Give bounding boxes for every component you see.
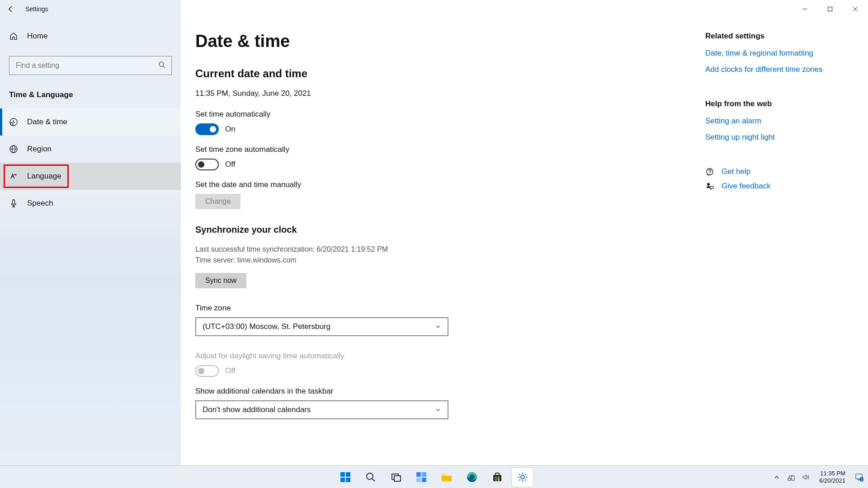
get-help-row[interactable]: Get help bbox=[705, 167, 850, 176]
language-icon bbox=[9, 172, 18, 181]
search-input[interactable] bbox=[9, 56, 172, 75]
taskbar-taskview[interactable] bbox=[385, 468, 407, 487]
arrow-left-icon bbox=[7, 5, 14, 13]
svg-point-11 bbox=[709, 174, 710, 174]
chevron-up-icon bbox=[774, 474, 780, 480]
tray-date[interactable]: 6/20/2021 bbox=[819, 477, 845, 484]
current-datetime-heading: Current date and time bbox=[195, 67, 687, 80]
svg-rect-15 bbox=[346, 472, 350, 477]
network-icon bbox=[787, 473, 795, 481]
volume-icon bbox=[802, 473, 810, 481]
auto-time-toggle[interactable] bbox=[195, 123, 219, 135]
link-setting-alarm[interactable]: Setting an alarm bbox=[705, 117, 850, 126]
sidebar: Home Time & Language Date & time Region bbox=[0, 0, 181, 465]
taskbar-settings[interactable] bbox=[512, 468, 533, 487]
sidebar-item-language[interactable]: Language bbox=[0, 163, 181, 190]
folder-icon bbox=[441, 472, 453, 482]
auto-timezone-state: Off bbox=[225, 160, 235, 169]
back-button[interactable] bbox=[0, 0, 22, 18]
svg-line-40 bbox=[519, 474, 520, 474]
close-button[interactable] bbox=[843, 0, 868, 18]
svg-rect-23 bbox=[422, 472, 426, 477]
sidebar-item-label: Date & time bbox=[27, 117, 67, 127]
sync-clock-heading: Synchronize your clock bbox=[195, 225, 687, 235]
minimize-button[interactable] bbox=[792, 0, 817, 18]
taskbar-store[interactable] bbox=[486, 468, 508, 487]
microphone-icon bbox=[9, 199, 18, 208]
chevron-down-icon bbox=[435, 407, 441, 413]
svg-rect-22 bbox=[416, 472, 421, 477]
sidebar-home-label: Home bbox=[27, 32, 47, 41]
additional-calendars-label: Show additional calendars in the taskbar bbox=[195, 387, 687, 396]
svg-rect-33 bbox=[495, 479, 497, 481]
start-button[interactable] bbox=[335, 468, 356, 487]
svg-rect-45 bbox=[792, 476, 794, 480]
maximize-button[interactable] bbox=[817, 0, 843, 18]
taskview-icon bbox=[391, 472, 401, 483]
link-add-clocks[interactable]: Add clocks for different time zones bbox=[705, 65, 850, 74]
help-icon bbox=[705, 167, 714, 176]
sync-server-text: Time server: time.windows.com bbox=[195, 255, 687, 266]
svg-rect-16 bbox=[340, 478, 345, 482]
link-give-feedback[interactable]: Give feedback bbox=[722, 182, 771, 191]
svg-line-41 bbox=[525, 479, 526, 480]
feedback-row[interactable]: Give feedback bbox=[705, 182, 850, 191]
tray-overflow[interactable] bbox=[771, 472, 782, 483]
additional-calendars-dropdown[interactable]: Don't show additional calendars bbox=[195, 400, 448, 419]
additional-calendars-value: Don't show additional calendars bbox=[203, 405, 311, 414]
link-regional-formatting[interactable]: Date, time & regional formatting bbox=[705, 49, 850, 58]
tray-network[interactable] bbox=[786, 472, 797, 483]
windows-icon bbox=[340, 471, 351, 483]
svg-rect-32 bbox=[498, 477, 500, 479]
svg-rect-30 bbox=[495, 473, 499, 475]
svg-point-28 bbox=[469, 474, 475, 480]
taskbar-explorer[interactable] bbox=[436, 468, 458, 487]
sync-now-button[interactable]: Sync now bbox=[195, 273, 246, 288]
sidebar-item-date-time[interactable]: Date & time bbox=[0, 108, 181, 136]
store-icon bbox=[492, 472, 503, 483]
minimize-icon bbox=[802, 6, 807, 12]
edge-icon bbox=[466, 471, 478, 483]
link-get-help[interactable]: Get help bbox=[722, 167, 750, 176]
sidebar-section-heading: Time & Language bbox=[0, 90, 181, 99]
tray-time[interactable]: 11:35 PM bbox=[819, 470, 845, 477]
taskbar-edge[interactable] bbox=[461, 468, 483, 487]
sidebar-item-label: Region bbox=[27, 145, 52, 154]
svg-rect-24 bbox=[416, 478, 421, 482]
tray-volume[interactable] bbox=[800, 472, 811, 483]
home-icon bbox=[9, 32, 18, 41]
sidebar-item-region[interactable]: Region bbox=[0, 136, 181, 163]
svg-rect-13 bbox=[710, 186, 713, 188]
auto-time-label: Set time automatically bbox=[195, 110, 687, 119]
auto-time-state: On bbox=[225, 125, 236, 134]
search-icon bbox=[365, 472, 376, 483]
svg-rect-31 bbox=[495, 477, 497, 479]
svg-text:3: 3 bbox=[861, 478, 863, 481]
taskbar-widgets[interactable] bbox=[410, 468, 432, 487]
svg-point-18 bbox=[367, 473, 373, 479]
dst-state: Off bbox=[225, 366, 235, 375]
svg-line-19 bbox=[372, 479, 375, 481]
svg-rect-34 bbox=[498, 479, 500, 481]
dst-label: Adjust for daylight saving time automati… bbox=[195, 352, 687, 361]
help-from-web-heading: Help from the web bbox=[705, 99, 850, 108]
timezone-dropdown[interactable]: (UTC+03:00) Moscow, St. Petersburg bbox=[195, 317, 448, 336]
auto-timezone-toggle[interactable] bbox=[195, 159, 219, 170]
page-title: Date & time bbox=[195, 32, 687, 51]
close-icon bbox=[853, 6, 858, 12]
link-night-light[interactable]: Setting up night light bbox=[705, 133, 850, 142]
change-button: Change bbox=[195, 194, 241, 209]
sidebar-item-speech[interactable]: Speech bbox=[0, 190, 181, 217]
tray-notifications[interactable]: 3 bbox=[854, 472, 864, 483]
sidebar-home[interactable]: Home bbox=[0, 23, 181, 50]
svg-rect-26 bbox=[442, 476, 452, 481]
chevron-down-icon bbox=[435, 324, 441, 330]
globe-icon bbox=[9, 145, 18, 154]
feedback-icon bbox=[705, 182, 714, 191]
timezone-label: Time zone bbox=[195, 304, 687, 313]
svg-point-5 bbox=[10, 122, 13, 125]
widgets-icon bbox=[415, 471, 427, 483]
timezone-value: (UTC+03:00) Moscow, St. Petersburg bbox=[203, 322, 330, 331]
svg-point-35 bbox=[521, 475, 524, 479]
taskbar-search[interactable] bbox=[360, 468, 382, 487]
